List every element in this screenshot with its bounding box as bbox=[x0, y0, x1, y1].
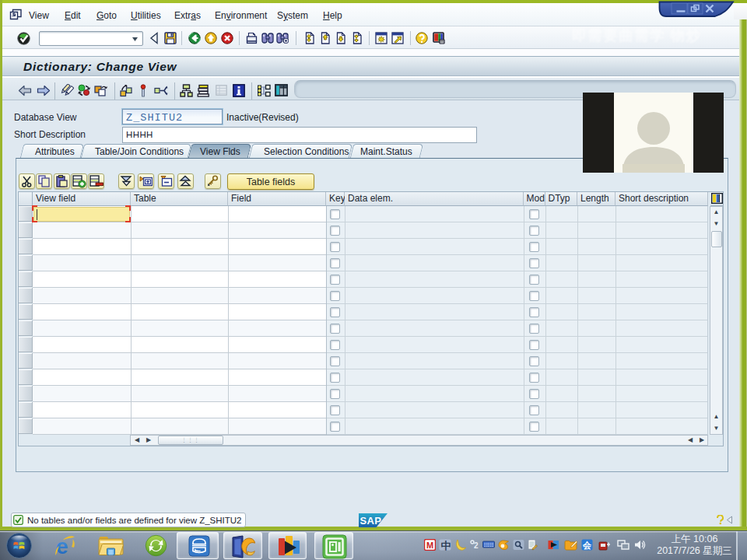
svg-text:M: M bbox=[426, 541, 433, 550]
svg-text:中: 中 bbox=[441, 540, 451, 551]
svg-text:会: 会 bbox=[582, 541, 592, 550]
svg-text:2: 2 bbox=[474, 541, 479, 550]
svg-text:SAP: SAP bbox=[360, 515, 382, 527]
